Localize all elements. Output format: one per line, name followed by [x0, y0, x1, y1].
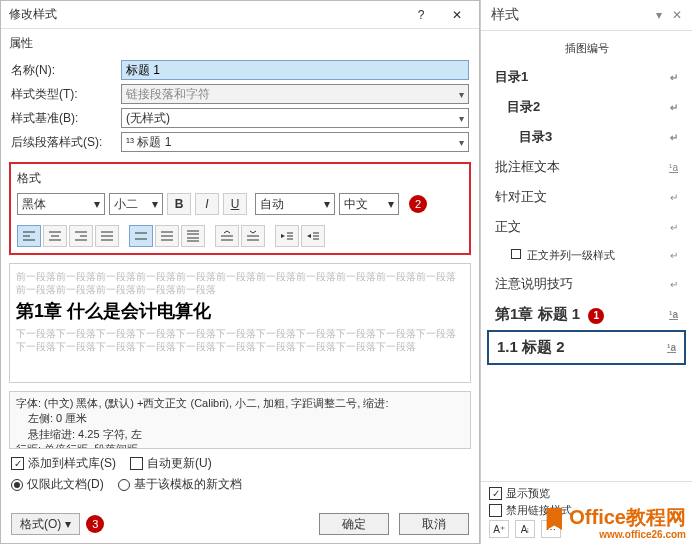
style-item-target[interactable]: 针对正文↵ [487, 182, 686, 212]
properties-grid: 名称(N): 样式类型(T): 链接段落和字符▾ 样式基准(B): (无样式)▾… [1, 54, 479, 160]
new-docs-template-radio[interactable]: 基于该模板的新文档 [118, 476, 242, 493]
preview-next-text: 下一段落下一段落下一段落下一段落下一段落下一段落下一段落下一段落下一段落下一段落… [16, 327, 464, 353]
dialog-title: 修改样式 [9, 6, 57, 23]
annotation-marker-1: 1 [588, 308, 604, 324]
annotation-marker-2: 2 [409, 195, 427, 213]
style-type-label: 样式类型(T): [11, 86, 121, 103]
panel-dropdown-icon[interactable]: ▾ [656, 8, 662, 22]
indent-increase-button[interactable] [301, 225, 325, 247]
styles-panel: 样式 ▾ ✕ 插图编号 目录1↵ 目录2↵ 目录3↵ 批注框文本¹a [480, 0, 692, 544]
line-spacing-1-button[interactable] [129, 225, 153, 247]
box-icon [511, 249, 521, 259]
disable-linked-checkbox[interactable]: 禁用链接样式 [489, 503, 684, 518]
style-item-toc2[interactable]: 目录2↵ [487, 92, 686, 122]
style-item-comment[interactable]: 批注框文本¹a [487, 152, 686, 182]
style-item-heading1[interactable]: 第1章 标题 1 1 ¹a [487, 299, 686, 330]
font-size-combo[interactable]: 小二▾ [109, 193, 163, 215]
following-style-label: 后续段落样式(S): [11, 134, 121, 151]
style-item-note[interactable]: 注意说明技巧↵ [487, 269, 686, 299]
style-preview-box: 前一段落前一段落前一段落前一段落前一段落前一段落前一段落前一段落前一段落前一段落… [9, 263, 471, 383]
ok-button[interactable]: 确定 [319, 513, 389, 535]
preview-prev-text: 前一段落前一段落前一段落前一段落前一段落前一段落前一段落前一段落前一段落前一段落… [16, 270, 464, 296]
manage-styles-button[interactable]: ⋯ [541, 520, 561, 538]
align-justify-button[interactable] [95, 225, 119, 247]
font-color-combo[interactable]: 自动▾ [255, 193, 335, 215]
format-section-label: 格式 [17, 170, 463, 187]
styles-list[interactable]: 插图编号 目录1↵ 目录2↵ 目录3↵ 批注框文本¹a 针对正文↵ 正文↵ 正文… [481, 31, 692, 481]
cancel-button[interactable]: 取消 [399, 513, 469, 535]
auto-update-checkbox[interactable]: 自动更新(U) [130, 455, 212, 472]
font-combo[interactable]: 黑体▾ [17, 193, 105, 215]
style-type-combo: 链接段落和字符▾ [121, 84, 469, 104]
format-section-box: 格式 黑体▾ 小二▾ B I U 自动▾ 中文▾ 2 [9, 162, 471, 255]
only-this-document-radio[interactable]: 仅限此文档(D) [11, 476, 104, 493]
panel-close-icon[interactable]: ✕ [672, 8, 682, 22]
styles-panel-title: 样式 [491, 6, 519, 24]
help-button[interactable]: ? [407, 5, 435, 25]
based-on-combo[interactable]: (无样式)▾ [121, 108, 469, 128]
format-menu-button[interactable]: 格式(O) ▾ [11, 513, 80, 535]
style-description-box: 字体: (中文) 黑体, (默认) +西文正文 (Calibri), 小二, 加… [9, 391, 471, 449]
annotation-marker-3: 3 [86, 515, 104, 533]
bold-button[interactable]: B [167, 193, 191, 215]
properties-section-label: 属性 [1, 29, 479, 54]
space-before-dec-button[interactable] [241, 225, 265, 247]
align-right-button[interactable] [69, 225, 93, 247]
align-left-button[interactable] [17, 225, 41, 247]
following-style-combo[interactable]: ¹³ 标题 1▾ [121, 132, 469, 152]
style-item-heading2[interactable]: 1.1 标题 2¹a [487, 330, 686, 365]
modify-style-dialog: 修改样式 ? ✕ 属性 名称(N): 样式类型(T): 链接段落和字符▾ 样式基… [0, 0, 480, 544]
close-button[interactable]: ✕ [443, 5, 471, 25]
based-on-label: 样式基准(B): [11, 110, 121, 127]
dialog-titlebar: 修改样式 ? ✕ [1, 1, 479, 29]
show-preview-checkbox[interactable]: ✓显示预览 [489, 486, 684, 501]
preview-sample-text: 第1章 什么是会计电算化 [16, 300, 464, 323]
style-inspector-button[interactable]: Aᵢ [515, 520, 535, 538]
name-label: 名称(N): [11, 62, 121, 79]
line-spacing-1-5-button[interactable] [155, 225, 179, 247]
italic-button[interactable]: I [195, 193, 219, 215]
new-style-button[interactable]: A⁺ [489, 520, 509, 538]
style-item-body[interactable]: 正文↵ [487, 212, 686, 242]
style-item-toc1[interactable]: 目录1↵ [487, 62, 686, 92]
add-to-gallery-checkbox[interactable]: ✓添加到样式库(S) [11, 455, 116, 472]
underline-button[interactable]: U [223, 193, 247, 215]
style-item-body-list[interactable]: 正文并列一级样式↵ [487, 242, 686, 269]
styles-panel-footer: ✓显示预览 禁用链接样式 A⁺ Aᵢ ⋯ [481, 481, 692, 544]
style-item-caption[interactable]: 插图编号 [487, 35, 686, 62]
align-center-button[interactable] [43, 225, 67, 247]
indent-decrease-button[interactable] [275, 225, 299, 247]
style-name-input[interactable] [121, 60, 469, 80]
style-item-toc3[interactable]: 目录3↵ [487, 122, 686, 152]
space-before-inc-button[interactable] [215, 225, 239, 247]
script-combo[interactable]: 中文▾ [339, 193, 399, 215]
line-spacing-2-button[interactable] [181, 225, 205, 247]
